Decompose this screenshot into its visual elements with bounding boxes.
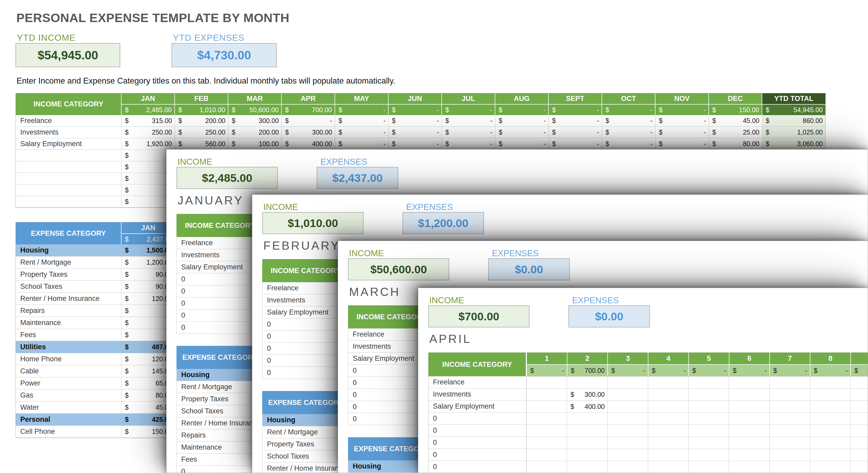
card-expense-row[interactable]: Rent / Mortgage bbox=[177, 381, 263, 393]
april-value-cell[interactable] bbox=[607, 449, 648, 461]
expense-category-cell[interactable]: Rent / Mortgage bbox=[16, 257, 122, 269]
card-income-row[interactable]: Salary Employment bbox=[177, 261, 263, 273]
income-value-cell[interactable]: $250.00 bbox=[122, 127, 175, 138]
income-category-cell[interactable]: Investments bbox=[16, 127, 122, 138]
april-value-cell[interactable] bbox=[688, 412, 729, 425]
card-income-row[interactable]: Freelance bbox=[177, 237, 263, 249]
expense-category-cell[interactable]: Housing bbox=[16, 244, 122, 257]
income-month-total[interactable]: $- bbox=[389, 104, 442, 115]
april-day-header[interactable]: 9 bbox=[850, 353, 868, 364]
income-value-cell[interactable]: $1,920.00 bbox=[122, 138, 175, 150]
expense-category-cell[interactable]: Power bbox=[16, 377, 122, 390]
income-month-total[interactable]: $1,010.00 bbox=[175, 104, 228, 115]
card-expense-category-header[interactable]: EXPENSE CATEGORY bbox=[177, 346, 263, 369]
card-expenses-value[interactable]: $2,437.00 bbox=[317, 167, 398, 189]
income-category-cell[interactable]: Salary Employment bbox=[16, 138, 122, 150]
card-income-row[interactable]: Investments bbox=[177, 249, 263, 261]
income-value-cell[interactable]: $- bbox=[655, 115, 709, 127]
income-month-total[interactable]: $700.00 bbox=[282, 104, 335, 115]
income-value-cell[interactable]: $- bbox=[495, 138, 549, 150]
income-month-header[interactable]: JUL bbox=[442, 93, 495, 104]
april-value-cell[interactable] bbox=[729, 425, 769, 437]
april-value-cell[interactable] bbox=[729, 449, 769, 461]
income-month-header[interactable]: SEPT bbox=[549, 93, 602, 104]
card-income-row[interactable]: 0 bbox=[177, 298, 263, 309]
april-value-cell[interactable] bbox=[648, 401, 688, 412]
income-value-cell[interactable]: $- bbox=[389, 138, 442, 150]
april-value-cell[interactable] bbox=[648, 412, 688, 425]
april-day-total[interactable]: $- bbox=[607, 364, 648, 376]
april-value-cell[interactable] bbox=[526, 401, 567, 412]
april-value-cell[interactable] bbox=[729, 437, 769, 449]
april-value-cell[interactable] bbox=[769, 437, 810, 449]
income-category-cell[interactable] bbox=[16, 196, 122, 208]
card-expense-category-header[interactable]: EXPENSE CATEGORY bbox=[262, 391, 349, 414]
april-value-cell[interactable] bbox=[567, 461, 607, 473]
april-value-cell[interactable] bbox=[648, 388, 688, 401]
ytd-income-box[interactable]: $54,945.00 bbox=[16, 43, 120, 67]
april-value-cell[interactable] bbox=[769, 412, 810, 425]
april-value-cell[interactable] bbox=[688, 461, 729, 473]
income-month-header[interactable]: MAY bbox=[335, 93, 389, 104]
april-day-header[interactable]: 3 bbox=[607, 353, 648, 364]
april-day-header[interactable]: 6 bbox=[729, 353, 769, 364]
april-value-cell[interactable] bbox=[729, 401, 769, 412]
april-value-cell[interactable] bbox=[607, 461, 648, 473]
card-income-row[interactable]: 0 bbox=[177, 285, 263, 298]
card-expenses-value[interactable]: $0.00 bbox=[568, 305, 650, 328]
income-value-cell[interactable]: $- bbox=[335, 115, 389, 127]
april-day-total[interactable]: $- bbox=[810, 364, 850, 376]
income-value-cell[interactable]: $300.00 bbox=[282, 127, 335, 138]
card-expense-row[interactable]: 0 bbox=[177, 466, 263, 473]
card-expense-row[interactable]: Renter / Home Insurance bbox=[262, 463, 349, 473]
card-income-category-header[interactable]: INCOME CATEGORY bbox=[177, 214, 263, 237]
income-month-total[interactable]: $50,600.00 bbox=[228, 104, 282, 115]
card-expense-row[interactable]: Housing bbox=[262, 414, 349, 426]
income-value-cell[interactable]: $250.00 bbox=[175, 127, 228, 138]
april-day-total[interactable]: $- bbox=[688, 364, 729, 376]
card-income-value[interactable]: $700.00 bbox=[428, 305, 529, 328]
card-expense-row[interactable]: Property Taxes bbox=[262, 438, 349, 450]
card-income-value[interactable]: $2,485.00 bbox=[177, 167, 278, 189]
income-value-cell[interactable]: $200.00 bbox=[228, 127, 282, 138]
april-value-cell[interactable] bbox=[648, 449, 688, 461]
income-value-cell[interactable]: $- bbox=[602, 127, 655, 138]
income-month-header[interactable]: JAN bbox=[122, 93, 175, 104]
card-income-row[interactable]: Salary Employment bbox=[262, 306, 349, 318]
card-income-value[interactable]: $50,600.00 bbox=[348, 258, 449, 280]
expense-category-cell[interactable]: Water bbox=[16, 402, 122, 414]
income-value-cell[interactable]: $- bbox=[549, 127, 602, 138]
april-value-cell[interactable] bbox=[850, 437, 868, 449]
expense-category-cell[interactable]: Renter / Home Insurance bbox=[16, 293, 122, 305]
card-expense-row[interactable]: Property Taxes bbox=[177, 393, 263, 405]
card-income-row[interactable]: Freelance bbox=[262, 282, 349, 294]
expense-category-cell[interactable]: Gas bbox=[16, 390, 122, 402]
expense-category-header[interactable]: EXPENSE CATEGORY bbox=[16, 222, 122, 244]
april-value-cell[interactable] bbox=[607, 388, 648, 401]
april-value-cell[interactable] bbox=[729, 412, 769, 425]
card-income-row[interactable]: 0 bbox=[262, 318, 349, 331]
card-income-row[interactable]: 0 bbox=[262, 355, 349, 367]
april-value-cell[interactable] bbox=[567, 425, 607, 437]
card-expenses-value[interactable]: $1,200.00 bbox=[402, 212, 484, 234]
april-value-cell[interactable] bbox=[607, 425, 648, 437]
income-value-cell[interactable]: $200.00 bbox=[175, 115, 228, 127]
income-month-total[interactable]: $- bbox=[335, 104, 389, 115]
income-category-cell[interactable] bbox=[16, 184, 122, 196]
april-value-cell[interactable] bbox=[607, 412, 648, 425]
income-month-header[interactable]: FEB bbox=[175, 93, 228, 104]
april-day-total[interactable]: $- bbox=[648, 364, 688, 376]
april-value-cell[interactable] bbox=[526, 461, 567, 473]
income-month-header[interactable]: AUG bbox=[495, 93, 549, 104]
april-value-cell[interactable] bbox=[810, 437, 850, 449]
april-day-total[interactable]: $- bbox=[850, 364, 868, 376]
april-category-cell[interactable]: 0 bbox=[429, 461, 526, 473]
april-value-cell[interactable] bbox=[810, 401, 850, 412]
april-day-header[interactable]: 8 bbox=[810, 353, 850, 364]
april-value-cell[interactable] bbox=[769, 425, 810, 437]
card-income-row[interactable]: 0 bbox=[177, 273, 263, 285]
april-value-cell[interactable] bbox=[688, 449, 729, 461]
april-value-cell[interactable] bbox=[607, 401, 648, 412]
income-month-total[interactable]: $150.00 bbox=[709, 104, 762, 115]
april-value-cell[interactable] bbox=[648, 437, 688, 449]
